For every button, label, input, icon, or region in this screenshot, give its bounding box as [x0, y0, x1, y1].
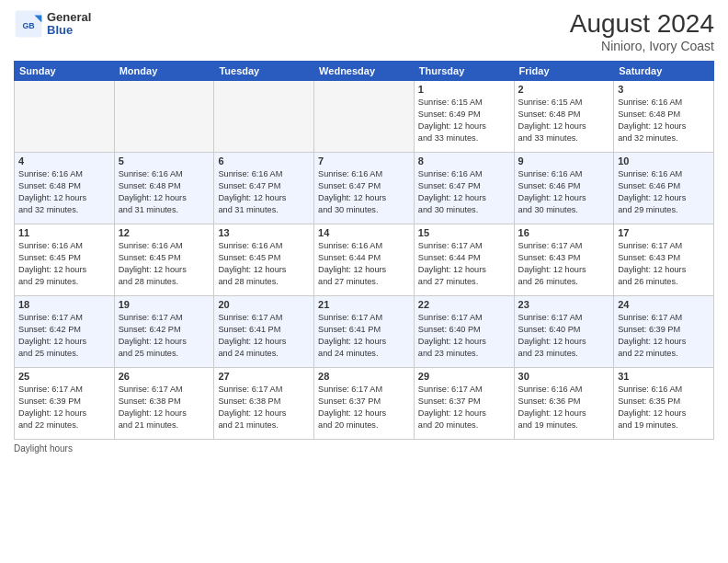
- calendar-cell: [15, 81, 115, 153]
- calendar-cell: 20Sunrise: 6:17 AM Sunset: 6:41 PM Dayli…: [214, 296, 314, 368]
- day-number: 11: [18, 227, 110, 238]
- month-year: August 2024: [570, 9, 714, 39]
- day-number: 26: [119, 371, 210, 382]
- day-number: 31: [618, 371, 710, 382]
- calendar-cell: 24Sunrise: 6:17 AM Sunset: 6:39 PM Dayli…: [614, 296, 714, 368]
- calendar-cell: 31Sunrise: 6:16 AM Sunset: 6:35 PM Dayli…: [614, 368, 714, 440]
- calendar-cell: 18Sunrise: 6:17 AM Sunset: 6:42 PM Dayli…: [15, 296, 115, 368]
- location: Ninioro, Ivory Coast: [570, 39, 714, 53]
- day-number: 5: [119, 155, 210, 167]
- day-number: 19: [119, 299, 210, 310]
- day-info: Sunrise: 6:17 AM Sunset: 6:41 PM Dayligh…: [318, 312, 410, 360]
- calendar-cell: 5Sunrise: 6:16 AM Sunset: 6:48 PM Daylig…: [114, 153, 214, 224]
- weekday-header-friday: Friday: [514, 62, 614, 81]
- daylight-label: Daylight hours: [14, 443, 73, 454]
- day-info: Sunrise: 6:16 AM Sunset: 6:36 PM Dayligh…: [518, 384, 610, 431]
- logo-icon: GB: [14, 9, 43, 39]
- day-number: 13: [218, 227, 310, 238]
- calendar-cell: 14Sunrise: 6:16 AM Sunset: 6:44 PM Dayli…: [314, 224, 415, 296]
- day-number: 17: [618, 227, 710, 238]
- calendar-cell: [114, 81, 214, 153]
- weekday-header-tuesday: Tuesday: [214, 62, 314, 81]
- day-info: Sunrise: 6:17 AM Sunset: 6:38 PM Dayligh…: [218, 384, 310, 431]
- page: GB General Blue August 2024 Ninioro, Ivo…: [0, 0, 728, 563]
- logo-text: General Blue: [47, 11, 91, 38]
- calendar-cell: 21Sunrise: 6:17 AM Sunset: 6:41 PM Dayli…: [314, 296, 415, 368]
- day-number: 20: [218, 299, 310, 310]
- day-info: Sunrise: 6:17 AM Sunset: 6:42 PM Dayligh…: [119, 312, 210, 360]
- day-number: 8: [418, 155, 510, 167]
- day-number: 14: [318, 227, 410, 238]
- calendar-cell: 30Sunrise: 6:16 AM Sunset: 6:36 PM Dayli…: [514, 368, 614, 440]
- day-info: Sunrise: 6:17 AM Sunset: 6:38 PM Dayligh…: [119, 384, 210, 431]
- day-info: Sunrise: 6:16 AM Sunset: 6:47 PM Dayligh…: [418, 168, 510, 216]
- day-info: Sunrise: 6:17 AM Sunset: 6:37 PM Dayligh…: [318, 384, 410, 431]
- day-info: Sunrise: 6:16 AM Sunset: 6:35 PM Dayligh…: [618, 384, 710, 431]
- header: GB General Blue August 2024 Ninioro, Ivo…: [14, 9, 714, 53]
- day-info: Sunrise: 6:16 AM Sunset: 6:45 PM Dayligh…: [218, 240, 310, 288]
- day-info: Sunrise: 6:16 AM Sunset: 6:45 PM Dayligh…: [18, 240, 110, 288]
- calendar-cell: 10Sunrise: 6:16 AM Sunset: 6:46 PM Dayli…: [614, 153, 714, 224]
- day-number: 12: [119, 227, 210, 238]
- weekday-header-wednesday: Wednesday: [314, 62, 415, 81]
- weekday-header-sunday: Sunday: [15, 62, 115, 81]
- calendar-cell: 29Sunrise: 6:17 AM Sunset: 6:37 PM Dayli…: [414, 368, 514, 440]
- day-info: Sunrise: 6:17 AM Sunset: 6:39 PM Dayligh…: [18, 384, 110, 431]
- day-info: Sunrise: 6:17 AM Sunset: 6:41 PM Dayligh…: [218, 312, 310, 360]
- calendar-cell: 9Sunrise: 6:16 AM Sunset: 6:46 PM Daylig…: [514, 153, 614, 224]
- day-info: Sunrise: 6:17 AM Sunset: 6:44 PM Dayligh…: [418, 240, 510, 288]
- calendar-cell: 15Sunrise: 6:17 AM Sunset: 6:44 PM Dayli…: [414, 224, 514, 296]
- day-number: 3: [618, 84, 710, 95]
- weekday-header-monday: Monday: [114, 62, 214, 81]
- legend: Daylight hours: [14, 443, 714, 454]
- calendar-cell: 25Sunrise: 6:17 AM Sunset: 6:39 PM Dayli…: [15, 368, 115, 440]
- calendar-cell: [214, 81, 314, 153]
- day-number: 2: [518, 84, 610, 95]
- day-info: Sunrise: 6:15 AM Sunset: 6:49 PM Dayligh…: [418, 97, 510, 144]
- logo: GB General Blue: [14, 9, 91, 39]
- day-number: 23: [518, 299, 610, 310]
- day-number: 25: [18, 371, 110, 382]
- day-number: 4: [18, 155, 110, 167]
- calendar-cell: 11Sunrise: 6:16 AM Sunset: 6:45 PM Dayli…: [15, 224, 115, 296]
- day-info: Sunrise: 6:16 AM Sunset: 6:47 PM Dayligh…: [318, 168, 410, 216]
- calendar-cell: [314, 81, 415, 153]
- calendar-cell: 7Sunrise: 6:16 AM Sunset: 6:47 PM Daylig…: [314, 153, 415, 224]
- day-number: 27: [218, 371, 310, 382]
- day-info: Sunrise: 6:15 AM Sunset: 6:48 PM Dayligh…: [518, 97, 610, 144]
- day-info: Sunrise: 6:17 AM Sunset: 6:42 PM Dayligh…: [18, 312, 110, 360]
- day-info: Sunrise: 6:17 AM Sunset: 6:43 PM Dayligh…: [618, 240, 710, 288]
- day-info: Sunrise: 6:16 AM Sunset: 6:48 PM Dayligh…: [18, 168, 110, 216]
- day-number: 16: [518, 227, 610, 238]
- day-number: 29: [418, 371, 510, 382]
- day-info: Sunrise: 6:17 AM Sunset: 6:40 PM Dayligh…: [518, 312, 610, 360]
- day-info: Sunrise: 6:16 AM Sunset: 6:45 PM Dayligh…: [119, 240, 210, 288]
- day-info: Sunrise: 6:17 AM Sunset: 6:37 PM Dayligh…: [418, 384, 510, 431]
- day-number: 9: [518, 155, 610, 167]
- calendar-cell: 6Sunrise: 6:16 AM Sunset: 6:47 PM Daylig…: [214, 153, 314, 224]
- calendar-cell: 17Sunrise: 6:17 AM Sunset: 6:43 PM Dayli…: [614, 224, 714, 296]
- weekday-header-thursday: Thursday: [414, 62, 514, 81]
- day-number: 28: [318, 371, 410, 382]
- day-number: 24: [618, 299, 710, 310]
- calendar-cell: 23Sunrise: 6:17 AM Sunset: 6:40 PM Dayli…: [514, 296, 614, 368]
- calendar: SundayMondayTuesdayWednesdayThursdayFrid…: [14, 61, 714, 440]
- calendar-cell: 26Sunrise: 6:17 AM Sunset: 6:38 PM Dayli…: [114, 368, 214, 440]
- calendar-cell: 2Sunrise: 6:15 AM Sunset: 6:48 PM Daylig…: [514, 81, 614, 153]
- day-info: Sunrise: 6:16 AM Sunset: 6:46 PM Dayligh…: [518, 168, 610, 216]
- calendar-cell: 27Sunrise: 6:17 AM Sunset: 6:38 PM Dayli…: [214, 368, 314, 440]
- day-number: 7: [318, 155, 410, 167]
- day-number: 15: [418, 227, 510, 238]
- day-number: 6: [218, 155, 310, 167]
- calendar-cell: 3Sunrise: 6:16 AM Sunset: 6:48 PM Daylig…: [614, 81, 714, 153]
- logo-general: General: [47, 11, 91, 24]
- weekday-header-saturday: Saturday: [614, 62, 714, 81]
- day-number: 10: [618, 155, 710, 167]
- day-info: Sunrise: 6:17 AM Sunset: 6:40 PM Dayligh…: [418, 312, 510, 360]
- day-number: 30: [518, 371, 610, 382]
- day-info: Sunrise: 6:16 AM Sunset: 6:44 PM Dayligh…: [318, 240, 410, 288]
- day-info: Sunrise: 6:16 AM Sunset: 6:48 PM Dayligh…: [618, 97, 710, 144]
- calendar-cell: 8Sunrise: 6:16 AM Sunset: 6:47 PM Daylig…: [414, 153, 514, 224]
- day-number: 22: [418, 299, 510, 310]
- calendar-cell: 22Sunrise: 6:17 AM Sunset: 6:40 PM Dayli…: [414, 296, 514, 368]
